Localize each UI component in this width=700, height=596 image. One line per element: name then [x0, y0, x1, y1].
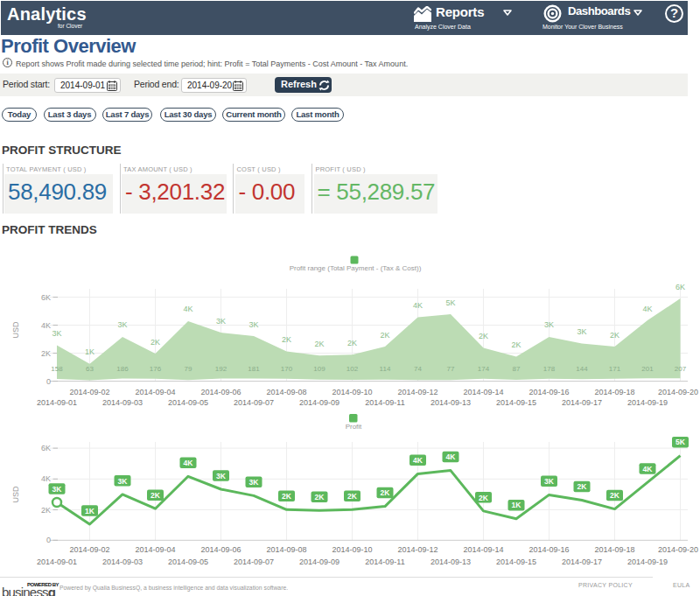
svg-text:2014-09-06: 2014-09-06 — [200, 545, 241, 554]
svg-text:2K: 2K — [479, 494, 489, 502]
svg-text:3K: 3K — [544, 477, 555, 486]
svg-text:2014-09-16: 2014-09-16 — [528, 545, 569, 554]
svg-text:4K: 4K — [184, 459, 194, 467]
svg-text:77: 77 — [447, 365, 455, 373]
svg-text:2K: 2K — [380, 331, 389, 340]
svg-text:74: 74 — [414, 365, 422, 373]
svg-text:178: 178 — [543, 365, 556, 373]
svg-text:1K: 1K — [85, 507, 95, 515]
svg-text:2K: 2K — [347, 492, 358, 501]
svg-text:2014-09-09: 2014-09-09 — [299, 557, 340, 566]
svg-text:2K: 2K — [282, 335, 291, 344]
svg-text:2K: 2K — [41, 506, 51, 515]
svg-text:2K: 2K — [381, 488, 391, 497]
svg-text:0: 0 — [46, 377, 51, 386]
svg-text:87: 87 — [513, 365, 521, 373]
svg-text:2014-09-17: 2014-09-17 — [562, 557, 602, 566]
svg-text:5K: 5K — [676, 438, 686, 446]
svg-text:109: 109 — [313, 365, 326, 373]
svg-text:2014-09-10: 2014-09-10 — [332, 388, 372, 396]
svg-text:2K: 2K — [578, 482, 588, 491]
svg-text:2014-09-04: 2014-09-04 — [135, 545, 175, 554]
svg-text:201: 201 — [641, 365, 654, 373]
svg-text:2014-09-17: 2014-09-17 — [562, 398, 602, 407]
svg-text:Profit range (Total Payment -: Profit range (Total Payment - (Tax & Cos… — [290, 264, 422, 272]
svg-text:2014-09-07: 2014-09-07 — [234, 398, 274, 407]
svg-text:1K: 1K — [512, 501, 522, 509]
svg-text:170: 170 — [281, 365, 293, 373]
svg-text:2014-09-02: 2014-09-02 — [69, 388, 109, 396]
svg-text:4K: 4K — [413, 456, 424, 465]
svg-text:2014-09-18: 2014-09-18 — [594, 545, 634, 554]
svg-text:2K: 2K — [282, 492, 292, 501]
svg-text:6K: 6K — [41, 444, 51, 452]
svg-text:2K: 2K — [314, 340, 324, 348]
svg-text:3K: 3K — [216, 472, 227, 480]
svg-text:2014-09-10: 2014-09-10 — [332, 545, 372, 554]
svg-text:2K: 2K — [347, 339, 357, 347]
svg-text:2K: 2K — [41, 349, 51, 358]
svg-text:2K: 2K — [150, 338, 160, 347]
svg-text:3K: 3K — [544, 320, 554, 329]
svg-text:4K: 4K — [41, 474, 51, 483]
svg-text:2K: 2K — [150, 491, 161, 500]
svg-text:4K: 4K — [41, 321, 51, 330]
svg-text:192: 192 — [215, 365, 228, 373]
svg-text:4K: 4K — [643, 465, 654, 473]
svg-text:2014-09-08: 2014-09-08 — [266, 545, 306, 554]
svg-text:2014-09-05: 2014-09-05 — [168, 557, 208, 566]
svg-text:3K: 3K — [577, 327, 586, 336]
svg-text:2014-09-01: 2014-09-01 — [37, 557, 77, 566]
svg-text:144: 144 — [576, 365, 588, 373]
svg-text:2014-09-15: 2014-09-15 — [496, 557, 536, 566]
svg-text:102: 102 — [346, 365, 359, 373]
svg-text:186: 186 — [116, 365, 129, 373]
svg-text:79: 79 — [185, 365, 192, 373]
svg-text:2014-09-03: 2014-09-03 — [102, 557, 143, 566]
svg-text:3K: 3K — [249, 478, 260, 487]
svg-text:2014-09-20: 2014-09-20 — [658, 545, 698, 554]
svg-text:2014-09-19: 2014-09-19 — [627, 557, 668, 566]
svg-text:6K: 6K — [41, 293, 51, 302]
svg-text:3K: 3K — [117, 320, 127, 329]
svg-text:3K: 3K — [216, 317, 226, 326]
svg-text:1K: 1K — [85, 347, 94, 356]
svg-text:181: 181 — [248, 365, 260, 373]
svg-text:4K: 4K — [446, 452, 457, 461]
svg-text:2014-09-04: 2014-09-04 — [135, 388, 175, 396]
svg-text:3K: 3K — [52, 485, 63, 494]
svg-text:USD: USD — [11, 321, 20, 339]
svg-text:Profit: Profit — [346, 423, 362, 431]
svg-text:2K: 2K — [511, 340, 521, 349]
svg-text:2014-09-14: 2014-09-14 — [463, 545, 503, 554]
svg-text:174: 174 — [478, 365, 490, 373]
svg-text:2014-09-20: 2014-09-20 — [658, 388, 698, 396]
svg-text:2014-09-05: 2014-09-05 — [168, 398, 208, 407]
svg-text:2014-09-02: 2014-09-02 — [69, 545, 109, 554]
svg-text:63: 63 — [86, 365, 94, 373]
svg-text:2014-09-01: 2014-09-01 — [37, 398, 77, 407]
svg-text:2014-09-18: 2014-09-18 — [594, 388, 634, 396]
svg-text:3K: 3K — [118, 477, 129, 486]
svg-text:5K: 5K — [445, 298, 455, 307]
svg-text:4K: 4K — [183, 305, 192, 313]
svg-text:2014-09-12: 2014-09-12 — [397, 388, 438, 396]
svg-text:2014-09-15: 2014-09-15 — [496, 398, 536, 407]
svg-text:4K: 4K — [642, 305, 652, 313]
svg-text:2014-09-12: 2014-09-12 — [397, 545, 438, 554]
svg-text:2014-09-19: 2014-09-19 — [627, 398, 668, 407]
svg-text:2014-09-06: 2014-09-06 — [200, 388, 241, 396]
svg-text:176: 176 — [150, 365, 162, 373]
svg-text:0: 0 — [46, 536, 51, 544]
svg-text:2014-09-09: 2014-09-09 — [299, 398, 340, 407]
svg-text:3K: 3K — [52, 329, 61, 338]
svg-text:2K: 2K — [610, 331, 620, 340]
svg-text:3K: 3K — [248, 320, 258, 329]
svg-text:2014-09-13: 2014-09-13 — [430, 398, 471, 407]
svg-text:114: 114 — [380, 365, 391, 373]
svg-text:171: 171 — [609, 365, 621, 373]
svg-text:USD: USD — [11, 486, 20, 503]
svg-text:2014-09-11: 2014-09-11 — [365, 398, 404, 407]
svg-text:2014-09-11: 2014-09-11 — [365, 557, 404, 566]
svg-text:207: 207 — [675, 365, 687, 373]
